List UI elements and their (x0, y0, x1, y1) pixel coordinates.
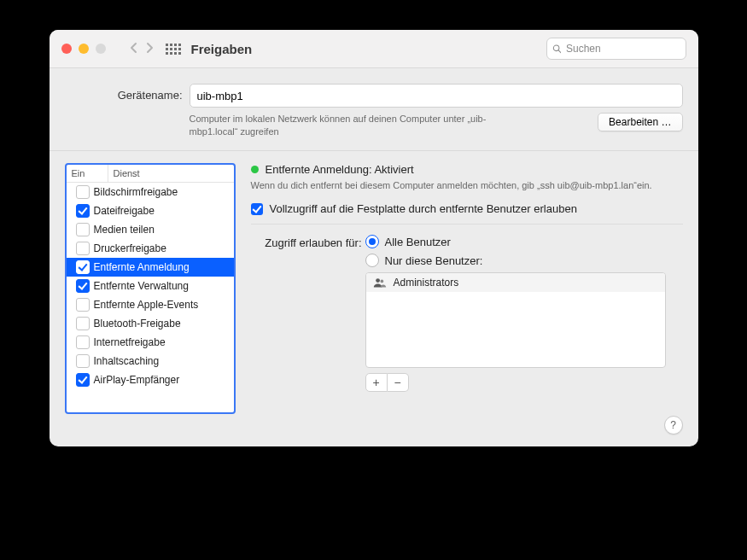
radio-icon (365, 235, 379, 248)
service-checkbox[interactable] (72, 223, 94, 236)
sharing-lower: Ein Dienst BildschirmfreigabeDateifreiga… (50, 151, 698, 446)
ssh-instruction: Wenn du dich entfernt bei diesem Compute… (251, 179, 683, 192)
show-all-button[interactable] (166, 44, 181, 55)
back-button[interactable] (128, 41, 140, 57)
service-row[interactable]: Druckerfreigabe (67, 239, 234, 258)
device-name-help: Computer im lokalen Netzwerk können auf … (190, 113, 531, 138)
service-label: Internetfreigabe (94, 336, 166, 348)
radio-all-users[interactable]: Alle Benutzer (365, 235, 683, 248)
service-row[interactable]: Entfernte Apple-Events (67, 295, 234, 314)
service-label: Bildschirmfreigabe (94, 186, 178, 198)
service-label: Entfernte Apple-Events (94, 299, 199, 311)
users-list[interactable]: Administrators (365, 272, 666, 368)
service-checkbox[interactable] (72, 204, 94, 218)
services-list[interactable]: Ein Dienst BildschirmfreigabeDateifreiga… (65, 163, 236, 414)
service-label: Bluetooth-Freigabe (94, 318, 181, 330)
service-checkbox[interactable] (72, 335, 94, 349)
svg-line-1 (558, 50, 561, 53)
service-row[interactable]: Dateifreigabe (67, 201, 234, 220)
status-indicator-icon (251, 166, 259, 173)
status-text: Entfernte Anmeldung: Aktiviert (266, 163, 414, 176)
service-checkbox[interactable] (72, 185, 94, 199)
device-name-section: Gerätename: Computer im lokalen Netzwerk… (50, 68, 698, 150)
detail-divider (251, 224, 683, 225)
titlebar: Freigaben (50, 30, 698, 68)
service-checkbox[interactable] (72, 279, 94, 293)
service-row[interactable]: Entfernte Anmeldung (67, 258, 234, 277)
window-minimize-button[interactable] (79, 44, 89, 54)
search-field[interactable] (546, 38, 686, 60)
service-row[interactable]: Medien teilen (67, 220, 234, 239)
forward-button[interactable] (143, 41, 155, 57)
service-checkbox[interactable] (72, 317, 94, 330)
full-disk-access-checkbox[interactable]: Vollzugriff auf die Festplatte durch ent… (251, 202, 683, 215)
checkbox-icon (251, 203, 263, 215)
service-label: Inhaltscaching (94, 355, 160, 367)
svg-point-2 (376, 278, 380, 283)
service-label: AirPlay-Empfänger (94, 374, 180, 386)
radio-only-label: Nur diese Benutzer: (385, 254, 483, 267)
users-list-row[interactable]: Administrators (366, 273, 665, 292)
preferences-window: Freigaben Gerätename: Computer im lokale… (50, 30, 698, 446)
service-checkbox[interactable] (72, 354, 94, 368)
service-checkbox[interactable] (72, 242, 94, 255)
add-user-button[interactable]: + (365, 373, 388, 392)
services-header-on: Ein (67, 165, 108, 182)
window-close-button[interactable] (61, 44, 72, 54)
service-label: Entfernte Verwaltung (94, 280, 189, 292)
service-row[interactable]: Inhaltscaching (67, 352, 234, 370)
service-row[interactable]: Entfernte Verwaltung (67, 277, 234, 295)
services-header-service: Dienst (108, 165, 234, 182)
users-list-row-label: Administrators (394, 277, 459, 289)
device-name-label: Gerätename: (65, 84, 183, 138)
user-list-controls: + − (365, 373, 683, 392)
access-allow-label: Zugriff erlauben für: (251, 235, 365, 249)
service-label: Dateifreigabe (94, 205, 155, 217)
edit-hostname-button[interactable]: Bearbeiten … (598, 113, 682, 131)
window-zoom-button[interactable] (96, 44, 106, 54)
search-icon (552, 44, 562, 54)
radio-only-users[interactable]: Nur diese Benutzer: (365, 254, 683, 267)
service-checkbox[interactable] (72, 260, 94, 274)
full-disk-access-label: Vollzugriff auf die Festplatte durch ent… (270, 202, 577, 215)
service-checkbox[interactable] (72, 373, 94, 387)
radio-all-label: Alle Benutzer (385, 236, 451, 248)
help-button[interactable]: ? (664, 416, 683, 435)
svg-point-3 (380, 280, 383, 283)
services-header: Ein Dienst (67, 165, 234, 183)
service-row[interactable]: Internetfreigabe (67, 333, 234, 352)
service-row[interactable]: AirPlay-Empfänger (67, 370, 234, 389)
device-name-input[interactable] (190, 84, 683, 108)
users-group-icon (373, 277, 387, 288)
service-label: Entfernte Anmeldung (94, 261, 190, 273)
service-row[interactable]: Bluetooth-Freigabe (67, 314, 234, 333)
service-row[interactable]: Bildschirmfreigabe (67, 183, 234, 201)
pane-title: Freigaben (191, 42, 253, 56)
service-label: Medien teilen (94, 224, 155, 236)
service-checkbox[interactable] (72, 298, 94, 312)
remove-user-button[interactable]: − (388, 373, 409, 392)
radio-icon (365, 254, 379, 267)
search-input[interactable] (564, 42, 680, 55)
service-detail: Entfernte Anmeldung: Aktiviert Wenn du d… (251, 163, 683, 428)
service-label: Druckerfreigabe (94, 242, 166, 254)
